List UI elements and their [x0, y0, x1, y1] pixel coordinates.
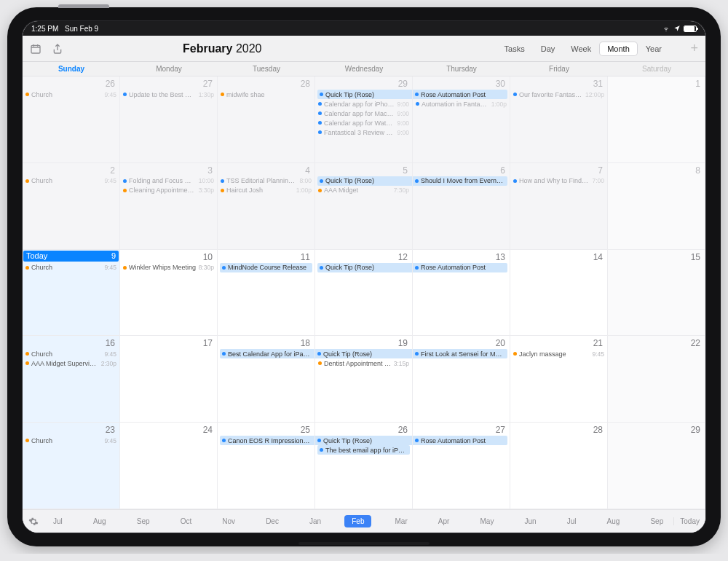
event-item[interactable]: Calendar app for Watch Upd9:00	[317, 118, 410, 128]
day-cell[interactable]: 26Church9:45	[23, 76, 120, 163]
event-item[interactable]: Rose Automation Post	[413, 436, 507, 445]
day-cell[interactable]: 26Quick Tip (Rose)The best email app for…	[315, 423, 413, 509]
event-item[interactable]: AAA Midget7:30p	[317, 186, 410, 195]
day-cell[interactable]: 11MindNode Course Release	[218, 250, 315, 337]
event-item[interactable]: midwife shae	[220, 90, 312, 99]
month-sep-14[interactable]: Sep	[643, 515, 670, 527]
day-cell[interactable]: 31Our favorite Fantastical 312:00p	[510, 76, 608, 163]
event-item[interactable]: Rose Automation Post	[413, 263, 507, 272]
event-item[interactable]: Canon EOS R Impressions (Josh)	[220, 436, 314, 445]
month-nov-4[interactable]: Nov	[215, 515, 242, 527]
month-sep-2[interactable]: Sep	[130, 515, 157, 527]
event-item[interactable]: MindNode Course Release	[220, 263, 312, 272]
view-day[interactable]: Day	[534, 42, 563, 55]
day-cell[interactable]: 16Church9:45AAA Midget Supervision?2:30p	[23, 336, 120, 423]
month-dec-5[interactable]: Dec	[258, 515, 286, 527]
day-cell[interactable]: 15	[608, 250, 705, 337]
day-cell[interactable]: 17	[120, 336, 218, 423]
day-cell[interactable]: 14	[510, 250, 608, 337]
month-aug-1[interactable]: Aug	[86, 515, 114, 527]
event-item[interactable]: Quick Tip (Rose)	[315, 436, 412, 445]
day-cell[interactable]: 27Update to the Best Mind M1:30p	[120, 76, 218, 163]
event-item[interactable]: Cleaning Appointment (Jos3:30p	[122, 186, 215, 195]
day-cell[interactable]: 30Rose Automation PostAutomation in Fant…	[413, 76, 510, 163]
month-oct-3[interactable]: Oct	[173, 515, 199, 527]
day-cell[interactable]: 1	[608, 76, 705, 163]
day-cell[interactable]: 25Canon EOS R Impressions (Josh)	[218, 423, 315, 509]
event-item[interactable]: Should I Move from Evernote to N	[413, 176, 507, 186]
day-cell[interactable]: 5Quick Tip (Rose)AAA Midget7:30p	[315, 163, 413, 250]
event-item[interactable]: Folding and Focus Mode (10:00	[122, 176, 215, 186]
day-cell[interactable]: 28midwife shae	[218, 76, 315, 163]
view-week[interactable]: Week	[563, 42, 598, 55]
day-cell[interactable]: 12Quick Tip (Rose)	[315, 250, 413, 337]
view-month[interactable]: Month	[600, 42, 637, 55]
month-jul-12[interactable]: Jul	[560, 515, 584, 527]
share-icon[interactable]	[52, 43, 63, 55]
event-item[interactable]: Rose Automation Post	[413, 90, 507, 99]
day-cell[interactable]: 24	[120, 423, 218, 509]
event-item[interactable]: First Look at Sensei for Mac (Mari	[413, 349, 507, 358]
event-item[interactable]: Jaclyn massage9:45	[513, 349, 605, 358]
gear-icon[interactable]	[28, 517, 39, 527]
event-item[interactable]: AAA Midget Supervision?2:30p	[25, 358, 117, 368]
event-item[interactable]: Best Calendar App for iPad (Josh)	[220, 349, 314, 358]
day-cell[interactable]: 29	[608, 423, 705, 509]
event-item[interactable]: Church9:45	[25, 90, 117, 99]
day-cell[interactable]: 7How and Why to Find the Ti7:00	[510, 163, 608, 250]
day-cell[interactable]: 4TSS Editorial Planning Call8:00Haircut …	[218, 163, 315, 250]
event-item[interactable]: Calendar app for iPhone Up9:00	[317, 99, 410, 109]
event-item[interactable]: Quick Tip (Rose)	[317, 263, 412, 272]
event-item[interactable]: Our favorite Fantastical 312:00p	[513, 90, 605, 99]
event-item[interactable]: TSS Editorial Planning Call8:00	[220, 176, 312, 186]
event-item[interactable]: Dentist Appointment Josh3:15p	[317, 358, 410, 368]
event-item[interactable]: Quick Tip (Rose)	[317, 176, 412, 186]
month-feb-7[interactable]: Feb	[344, 515, 371, 527]
view-segmented-control[interactable]: TasksDayWeekMonthYear	[496, 42, 669, 55]
day-cell[interactable]: 6Should I Move from Evernote to N	[413, 163, 510, 250]
event-item[interactable]: Church9:45	[25, 436, 117, 445]
event-item[interactable]: Quick Tip (Rose)	[317, 90, 412, 99]
today-button[interactable]: Today	[673, 517, 700, 525]
day-cell[interactable]: 8	[608, 163, 705, 250]
day-cell[interactable]: 29Quick Tip (Rose)Calendar app for iPhon…	[315, 76, 413, 163]
month-jul-0[interactable]: Jul	[46, 515, 70, 527]
view-tasks[interactable]: Tasks	[497, 42, 532, 55]
day-cell[interactable]: 3Folding and Focus Mode (10:00Cleaning A…	[120, 163, 218, 250]
add-event-button[interactable]: +	[690, 41, 698, 56]
month-aug-13[interactable]: Aug	[600, 515, 628, 527]
calendar-list-icon[interactable]	[30, 43, 41, 55]
month-year-title[interactable]: February 2020	[117, 42, 496, 55]
month-scrubber[interactable]: JulAugSepOctNovDecJanFebMarAprMayJunJulA…	[43, 515, 673, 527]
day-cell[interactable]: 28	[510, 423, 608, 509]
day-cell[interactable]: 27Rose Automation Post	[413, 423, 510, 509]
event-item[interactable]: Winkler Whips Meeting8:30p	[122, 263, 215, 272]
month-grid[interactable]: 26Church9:4527Update to the Best Mind M1…	[23, 76, 705, 509]
month-jan-6[interactable]: Jan	[302, 515, 328, 527]
event-item[interactable]: How and Why to Find the Ti7:00	[513, 176, 605, 186]
event-item[interactable]: Automation in Fantastical 31:00p	[415, 99, 507, 109]
event-item[interactable]: Calendar app for Mac updat9:00	[317, 109, 410, 118]
month-mar-8[interactable]: Mar	[388, 515, 415, 527]
event-item[interactable]: Fantastical 3 Review (Rose)9:00	[317, 128, 410, 137]
event-item[interactable]: Church9:45	[25, 176, 117, 186]
event-item[interactable]: Update to the Best Mind M1:30p	[122, 90, 215, 99]
event-item[interactable]: Church9:45	[25, 349, 117, 358]
event-item[interactable]: Church9:45	[25, 263, 117, 272]
event-item[interactable]: Quick Tip (Rose)	[315, 349, 412, 358]
day-cell[interactable]: 13Rose Automation Post	[413, 250, 510, 337]
month-apr-9[interactable]: Apr	[431, 515, 457, 527]
day-cell[interactable]: 22	[608, 336, 705, 423]
day-cell[interactable]: 23Church9:45	[23, 423, 120, 509]
day-cell[interactable]: 20First Look at Sensei for Mac (Mari	[413, 336, 510, 423]
day-cell[interactable]: 21Jaclyn massage9:45	[510, 336, 608, 423]
day-cell[interactable]: 19Quick Tip (Rose)Dentist Appointment Jo…	[315, 336, 413, 423]
day-cell[interactable]: Today9Church9:45	[23, 250, 120, 337]
event-item[interactable]: Haircut Josh1:00p	[220, 186, 312, 195]
day-cell[interactable]: 18Best Calendar App for iPad (Josh)	[218, 336, 315, 423]
view-year[interactable]: Year	[638, 42, 669, 55]
month-jun-11[interactable]: Jun	[517, 515, 543, 527]
event-item[interactable]: The best email app for iPhone (Mi	[317, 445, 410, 455]
month-may-10[interactable]: May	[472, 515, 501, 527]
day-cell[interactable]: 2Church9:45	[23, 163, 120, 250]
